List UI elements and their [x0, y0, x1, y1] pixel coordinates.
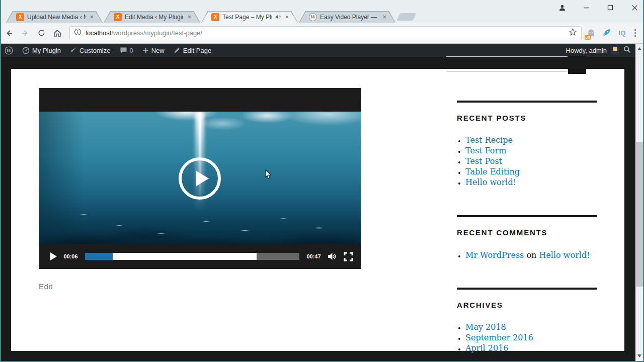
list-item: September 2016 — [465, 332, 533, 343]
ghostery-extension-icon[interactable]: off — [586, 28, 597, 39]
browser-window: X Upload New Media ‹ My × X Edit Media ‹… — [0, 0, 644, 362]
wp-logo-menu[interactable]: W — [0, 44, 18, 57]
play-button[interactable] — [48, 251, 58, 261]
post-link[interactable]: Test Form — [465, 146, 506, 155]
forward-button[interactable] — [18, 26, 32, 40]
tab-close-icon[interactable]: × — [381, 14, 387, 20]
page-scrollbar[interactable] — [635, 44, 644, 361]
minimize-button[interactable] — [582, 3, 591, 12]
maximize-button[interactable] — [606, 3, 615, 12]
archive-link[interactable]: May 2018 — [465, 322, 506, 332]
widget-divider — [457, 101, 597, 103]
recent-posts-list: Test Recipe Test Form Test Post Table Ed… — [457, 135, 520, 188]
archive-link[interactable]: April 2016 — [465, 343, 508, 353]
scrollbar-thumb[interactable] — [636, 142, 643, 287]
browser-toolbar: localhost/wordpress/myplugin/test-page/ … — [0, 23, 644, 44]
video-controls: 00:06 00:47 — [39, 249, 361, 264]
list-item: Table Editing — [465, 166, 520, 177]
tab-edit-media[interactable]: X Edit Media ‹ My Plugin — × — [104, 11, 200, 23]
scroll-up-icon[interactable] — [637, 47, 641, 50]
page-info-icon[interactable] — [74, 28, 82, 38]
scroll-down-icon[interactable] — [637, 354, 641, 357]
progress-bar — [85, 253, 113, 260]
comments-icon — [120, 47, 127, 54]
page-viewport: 00:06 00:47 Edit — [0, 57, 644, 361]
big-play-button[interactable] — [179, 157, 221, 200]
close-window-button[interactable] — [630, 3, 639, 12]
tab-close-icon[interactable]: × — [186, 14, 192, 20]
video-player[interactable]: 00:06 00:47 — [39, 88, 361, 269]
recent-comments-title: RECENT COMMENTS — [457, 228, 547, 237]
pencil-icon — [174, 47, 181, 54]
edit-page-link[interactable]: Edit — [39, 282, 52, 291]
home-button[interactable] — [50, 26, 64, 40]
recent-posts-title: RECENT POSTS — [457, 114, 526, 122]
mute-button[interactable] — [327, 251, 338, 262]
current-time: 00:06 — [63, 253, 78, 259]
progress-rail[interactable] — [85, 253, 299, 260]
widget-divider — [457, 288, 597, 290]
iq-extension-icon[interactable]: IQ — [617, 28, 628, 39]
wp-admin-bar: W My Plugin Customize 0 New Edit Page Ho… — [0, 44, 644, 57]
page-top-background — [0, 57, 644, 69]
tab-title: Edit Media ‹ My Plugin — — [125, 14, 183, 21]
tab-close-icon[interactable]: × — [89, 14, 95, 20]
archives-title: ARCHIVES — [457, 301, 503, 309]
xampp-favicon-icon: X — [16, 13, 24, 21]
url-text[interactable]: localhost/wordpress/myplugin/test-page/ — [86, 29, 569, 37]
extension-badge: off — [585, 35, 591, 40]
widget-divider — [457, 215, 597, 217]
profile-icon[interactable] — [557, 3, 567, 12]
adminbar-new[interactable]: New — [138, 44, 169, 57]
tab-easy-video-player[interactable]: W Easy Video Player — Wor × — [299, 11, 395, 23]
tab-close-icon[interactable]: × — [284, 14, 290, 20]
list-item: Mr WordPress on Hello world! — [465, 250, 590, 260]
tab-audio-icon — [275, 13, 281, 22]
titlebar: X Upload New Media ‹ My × X Edit Media ‹… — [0, 0, 644, 23]
comment-author-link[interactable]: Mr WordPress — [465, 250, 524, 260]
tab-upload-new-media[interactable]: X Upload New Media ‹ My × — [6, 11, 103, 23]
list-item: April 2016 — [465, 343, 533, 353]
tab-title: Test Page – My Plugin — [222, 14, 272, 21]
archives-list: May 2018 September 2016 April 2016 — [457, 322, 533, 353]
url-host: localhost — [86, 29, 111, 37]
howdy-admin[interactable]: Howdy, admin — [566, 47, 607, 54]
wordpress-favicon-icon: W — [309, 13, 317, 21]
duration-time: 00:47 — [306, 253, 321, 259]
post-link[interactable]: Hello world! — [465, 177, 516, 187]
adminbar-comments[interactable]: 0 — [115, 44, 138, 57]
rocket-extension-icon[interactable] — [601, 28, 612, 39]
tab-title: Easy Video Player — Wor — [320, 14, 378, 21]
plus-icon — [142, 47, 149, 54]
address-bar[interactable]: localhost/wordpress/myplugin/test-page/ — [69, 26, 582, 40]
list-item: Hello world! — [465, 177, 520, 188]
adminbar-site-name[interactable]: My Plugin — [18, 44, 65, 57]
post-link[interactable]: Test Post — [465, 156, 502, 166]
content-card: 00:06 00:47 Edit — [11, 69, 624, 351]
tab-title: Upload New Media ‹ My — [27, 14, 86, 21]
adminbar-search-icon[interactable] — [623, 46, 631, 55]
xampp-favicon-icon: X — [211, 13, 219, 21]
xampp-favicon-icon: X — [114, 13, 122, 21]
list-item: Test Post — [465, 156, 520, 166]
new-tab-button[interactable] — [397, 13, 417, 21]
back-button[interactable] — [2, 26, 16, 40]
recent-comments-list: Mr WordPress on Hello world! — [457, 250, 590, 260]
adminbar-edit-page[interactable]: Edit Page — [169, 44, 216, 57]
brush-icon — [70, 47, 77, 54]
list-item: Test Recipe — [465, 135, 520, 145]
adminbar-customize[interactable]: Customize — [65, 44, 115, 57]
browser-menu-icon[interactable] — [632, 29, 641, 37]
fullscreen-button[interactable] — [343, 251, 354, 262]
archive-link[interactable]: September 2016 — [465, 333, 533, 342]
bookmark-star-icon[interactable] — [569, 28, 577, 38]
list-item: Test Form — [465, 145, 520, 156]
dashboard-icon — [22, 47, 30, 54]
post-link[interactable]: Table Editing — [465, 167, 520, 176]
comment-post-link[interactable]: Hello world! — [539, 250, 590, 260]
reload-button[interactable] — [34, 26, 48, 40]
post-link[interactable]: Test Recipe — [465, 135, 513, 145]
comment-connector: on — [524, 250, 539, 260]
tab-test-page-active[interactable]: X Test Page – My Plugin × — [201, 11, 298, 23]
user-avatar[interactable] — [611, 46, 619, 55]
